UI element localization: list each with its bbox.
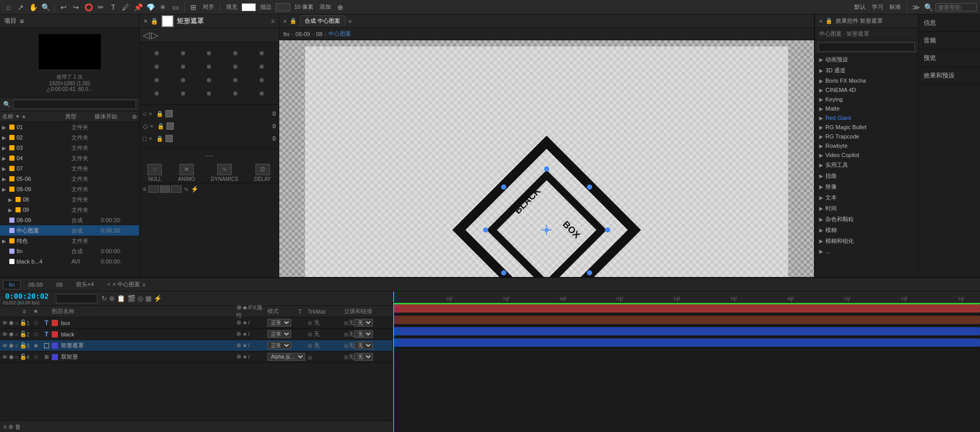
file-item-08-09-comp[interactable]: 08-09 合成 0:00:20: <box>0 215 139 225</box>
search-icon[interactable]: 🔍 <box>923 2 933 12</box>
left-arrow-icon[interactable]: ◁ <box>143 29 150 41</box>
search-help-input[interactable] <box>936 3 977 11</box>
hand-icon[interactable]: ✋ <box>28 2 38 12</box>
solo-icon-4[interactable]: ○ <box>15 354 19 360</box>
project-menu-icon[interactable]: ≡ <box>20 17 24 25</box>
file-item-02[interactable]: ▶ 02 文件夹 <box>0 132 139 143</box>
layer-icon3[interactable]: 📋 <box>117 295 125 302</box>
sw3-2[interactable]: / <box>248 331 250 337</box>
effects-close-icon[interactable]: × <box>819 18 822 24</box>
expand-icon[interactable]: ≫ <box>911 2 921 12</box>
rotate-icon[interactable]: ⭕ <box>83 2 94 12</box>
project-search-input[interactable] <box>13 100 136 109</box>
add-icon[interactable]: ⊕ <box>335 2 345 12</box>
viewer-tab-main[interactable]: 合成 中心图案 <box>300 16 345 26</box>
expand-icon-08-09[interactable]: ▶ <box>2 187 8 192</box>
sw2-3[interactable]: ★ <box>243 343 247 348</box>
rect-tool-icon[interactable]: ▭ <box>170 2 180 12</box>
sw2-1[interactable]: ★ <box>243 320 247 326</box>
ear-icon-1[interactable]: ◉ <box>9 319 14 326</box>
layer-icon4[interactable]: 🎬 <box>127 295 135 302</box>
delay-button[interactable]: ⊡ DELAY <box>254 164 270 182</box>
lock-icon-3[interactable]: 🔒 <box>156 135 163 142</box>
arrow-icon[interactable]: ↗ <box>16 2 26 12</box>
ear-icon-2[interactable]: ◉ <box>9 331 14 337</box>
lb-icon2[interactable]: ⊕ <box>8 423 13 430</box>
expand-icon-04[interactable]: ▶ <box>2 156 8 161</box>
viewer-close-icon[interactable]: × <box>283 18 287 24</box>
effects-section-3[interactable]: ▶ CINEMA 4D <box>815 85 918 95</box>
pin-icon[interactable]: 📌 <box>133 2 143 12</box>
lock-icon-2[interactable]: 🔒 <box>157 123 164 129</box>
viewer-tab-settings-icon[interactable]: ≡ <box>349 18 352 24</box>
effects-section-16[interactable]: ▶ 杂色和颗粒 <box>815 214 918 225</box>
breadcrumb-0809[interactable]: 08-09 <box>295 31 310 37</box>
layer-icon2[interactable]: ⊕ <box>109 295 115 302</box>
wave-icon-1[interactable] <box>148 186 159 193</box>
tab-arrows[interactable]: 箭头×4 <box>70 279 100 290</box>
parent-select-3[interactable]: 无 <box>354 342 373 349</box>
add-item-icon[interactable]: ⊕ <box>132 113 137 120</box>
track-3[interactable] <box>393 326 980 337</box>
sw3-1[interactable]: / <box>248 320 250 326</box>
dynamics-button[interactable]: ∿ DYNAMICS <box>211 164 238 182</box>
file-item-09[interactable]: ▶ 09 文件夹 <box>0 205 139 215</box>
effects-section-1[interactable]: ▶ 3D 通道 <box>815 65 918 76</box>
track-4[interactable] <box>393 337 980 348</box>
eye-icon-2[interactable]: 👁 <box>2 331 8 337</box>
square-x-icon[interactable]: × <box>149 135 152 142</box>
effects-section-18[interactable]: ▶ 模糊和锐化 <box>815 236 918 246</box>
eye-icon-1[interactable]: 👁 <box>2 320 8 326</box>
preview-item[interactable]: 预览 <box>918 50 980 67</box>
effects-section-8[interactable]: ▶ RG Trapcode <box>815 132 918 141</box>
sw1-1[interactable]: 单 <box>236 319 242 327</box>
shape-panel-menu-icon[interactable]: ≡ <box>271 18 275 25</box>
redo-icon[interactable]: ↪ <box>71 2 81 12</box>
file-item-03[interactable]: ▶ 03 文件夹 <box>0 143 139 153</box>
diamond-x-icon[interactable]: × <box>150 123 153 129</box>
layer-row-1[interactable]: 👁 ◉ ○ 🔓 1 ☆ T box 单 ★ / 正常 ◎ 无 ◎ 无 <box>0 317 393 329</box>
file-item-04[interactable]: ▶ 04 文件夹 <box>0 153 139 163</box>
effects-section-6[interactable]: ▶ Red Giant <box>815 113 918 122</box>
expand-icon-02[interactable]: ▶ <box>2 135 8 141</box>
layer-star-3[interactable]: ★ <box>33 342 41 349</box>
tab-fin[interactable]: fin <box>3 280 21 289</box>
tab-08[interactable]: 08 <box>51 280 68 289</box>
tab-0809[interactable]: 08-09 <box>23 280 49 289</box>
effects-section-2[interactable]: ▶ Boris FX Mocha <box>815 76 918 85</box>
mode-select-1[interactable]: 正常 <box>267 319 291 327</box>
sw1-2[interactable]: 单 <box>236 331 242 338</box>
effects-section-5[interactable]: ▶ Matte <box>815 104 918 113</box>
fill-color-box[interactable] <box>242 3 256 11</box>
tab-settings-icon[interactable]: ≡ <box>142 282 145 288</box>
file-item-center[interactable]: 中心图案 合成 0:00:20: <box>0 225 139 236</box>
layer-search-input[interactable] <box>56 294 97 303</box>
align-icon[interactable]: ⊞ <box>188 2 199 12</box>
eye-icon-4[interactable]: 👁 <box>2 354 8 360</box>
zoom-icon[interactable]: 🔍 <box>40 2 51 12</box>
effects-section-19[interactable]: ▶ ... <box>815 246 918 256</box>
shape-panel-lock-icon[interactable]: 🔒 <box>150 18 158 25</box>
parent-select-1[interactable]: 无 <box>354 319 373 327</box>
file-item-07[interactable]: ▶ 07 文件夹 <box>0 163 139 174</box>
parent-select-2[interactable]: 无 <box>354 330 373 338</box>
viewer-lock-icon[interactable]: 🔒 <box>290 18 297 24</box>
eye-icon-3[interactable]: 👁 <box>2 343 8 349</box>
file-item-05-06[interactable]: ▶ 05-06 文件夹 <box>0 174 139 184</box>
sw3-3[interactable]: / <box>248 343 250 348</box>
layer-star-4[interactable]: ☆ <box>33 353 41 361</box>
effects-section-13[interactable]: ▶ 抠像 <box>815 181 918 192</box>
expand-icon-05-06[interactable]: ▶ <box>2 176 8 182</box>
breadcrumb-08[interactable]: 08 <box>316 31 322 37</box>
parent-select-4[interactable]: 无 <box>354 353 373 361</box>
layer-icon6[interactable]: ▦ <box>145 295 152 302</box>
effects-search-input[interactable] <box>818 42 915 52</box>
undo-icon[interactable]: ↩ <box>58 2 69 12</box>
effects-section-15[interactable]: ▶ 时间 <box>815 203 918 214</box>
lb-icon1[interactable]: ≡ <box>3 423 7 430</box>
effects-section-12[interactable]: ▶ 扭曲 <box>815 171 918 181</box>
solo-icon-3[interactable]: ○ <box>15 343 19 349</box>
layer-row-4[interactable]: 👁 ◉ ○ 🔓 4 ☆ ⊞ 双矩形 单 ★ / Alpha 反... ◎ ◎ <box>0 351 393 363</box>
track-2[interactable] <box>393 314 980 326</box>
effects-section-0[interactable]: ▶ 动画预设 <box>815 54 918 65</box>
